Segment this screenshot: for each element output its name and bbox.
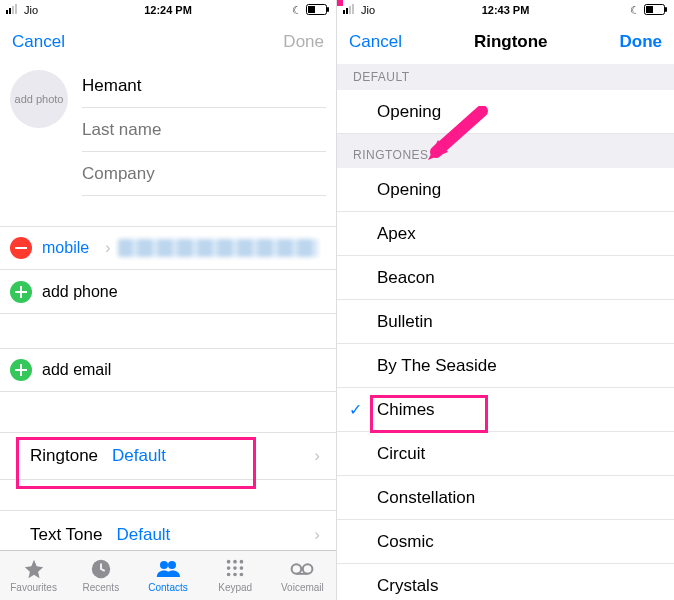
- svg-point-18: [240, 573, 244, 577]
- tab-label: Keypad: [218, 582, 252, 593]
- first-name-field[interactable]: [82, 64, 326, 108]
- ringtone-list: OpeningApexBeaconBulletinBy The Seaside✓…: [337, 168, 674, 600]
- ringtone-name: Constellation: [377, 488, 475, 508]
- svg-rect-1: [9, 8, 11, 14]
- svg-point-13: [227, 566, 231, 570]
- ringtone-name: Opening: [377, 180, 441, 200]
- clock: 12:43 PM: [337, 4, 674, 16]
- carrier-label: Jio: [361, 4, 375, 16]
- svg-rect-24: [349, 6, 351, 14]
- section-header-ringtones: Ringtones: [337, 134, 674, 168]
- ringtone-name: Circuit: [377, 444, 425, 464]
- status-bar: Jio 12:43 PM ☾: [337, 0, 674, 20]
- ringtone-row[interactable]: Ringtone Default ›: [0, 432, 336, 480]
- add-email-label: add email: [42, 361, 111, 379]
- phone-type-label[interactable]: mobile: [42, 239, 89, 257]
- add-phone-label: add phone: [42, 283, 118, 301]
- svg-point-14: [233, 566, 237, 570]
- text-tone-label: Text Tone: [30, 525, 102, 545]
- ringtone-name: Crystals: [377, 576, 438, 596]
- svg-rect-0: [6, 10, 8, 14]
- chevron-right-icon: ›: [314, 525, 320, 545]
- ringtone-item[interactable]: Circuit: [337, 432, 674, 476]
- nav-bar: Cancel Done: [0, 20, 336, 64]
- tab-keypad[interactable]: Keypad: [202, 551, 269, 600]
- svg-point-8: [160, 561, 168, 569]
- dnd-moon-icon: ☾: [630, 4, 640, 17]
- cancel-button[interactable]: Cancel: [12, 32, 65, 52]
- ringtone-item[interactable]: Crystals: [337, 564, 674, 600]
- ringtone-item[interactable]: Apex: [337, 212, 674, 256]
- tab-contacts[interactable]: Contacts: [134, 551, 201, 600]
- page-title: Ringtone: [402, 32, 620, 52]
- checkmark-icon: ✓: [349, 400, 362, 419]
- tab-voicemail[interactable]: Voicemail: [269, 551, 336, 600]
- tab-label: Recents: [82, 582, 119, 593]
- signal-icon: [6, 4, 20, 16]
- add-plus-icon[interactable]: [10, 359, 32, 381]
- add-plus-icon[interactable]: [10, 281, 32, 303]
- ringtone-item[interactable]: Beacon: [337, 256, 674, 300]
- ringtone-item[interactable]: Bulletin: [337, 300, 674, 344]
- svg-point-12: [240, 560, 244, 564]
- svg-point-15: [240, 566, 244, 570]
- text-tone-row[interactable]: Text Tone Default ›: [0, 510, 336, 550]
- add-email-row[interactable]: add email: [0, 348, 336, 392]
- done-button[interactable]: Done: [620, 32, 663, 52]
- delete-minus-icon[interactable]: [10, 237, 32, 259]
- last-name-input[interactable]: [82, 120, 326, 140]
- tab-label: Voicemail: [281, 582, 324, 593]
- ringtone-item[interactable]: Cosmic: [337, 520, 674, 564]
- svg-rect-5: [308, 6, 315, 13]
- chevron-right-icon: ›: [314, 446, 320, 466]
- ringtone-item[interactable]: By The Seaside: [337, 344, 674, 388]
- svg-rect-6: [327, 7, 329, 12]
- svg-rect-2: [12, 6, 14, 14]
- nav-bar: Cancel Ringtone Done: [337, 20, 674, 64]
- tab-favourites[interactable]: Favourites: [0, 551, 67, 600]
- done-button[interactable]: Done: [283, 32, 324, 52]
- ringtone-name: Chimes: [377, 400, 435, 420]
- ringtone-item[interactable]: Constellation: [337, 476, 674, 520]
- svg-rect-22: [343, 10, 345, 14]
- first-name-input[interactable]: [82, 76, 326, 96]
- tab-label: Contacts: [148, 582, 187, 593]
- ringtone-picker-screen: Jio 12:43 PM ☾ Cancel Ringtone Done Defa…: [337, 0, 674, 600]
- keypad-icon: [223, 558, 247, 580]
- cancel-button[interactable]: Cancel: [349, 32, 402, 52]
- dnd-moon-icon: ☾: [292, 4, 302, 17]
- content: Default Opening Ringtones OpeningApexBea…: [337, 64, 674, 600]
- clock-icon: [89, 558, 113, 580]
- company-input[interactable]: [82, 164, 326, 184]
- content: add photo mobile › add phone: [0, 64, 336, 550]
- add-photo-button[interactable]: add photo: [10, 70, 68, 128]
- add-phone-row[interactable]: add phone: [0, 270, 336, 314]
- svg-point-11: [233, 560, 237, 564]
- ringtone-name: By The Seaside: [377, 356, 497, 376]
- carrier-label: Jio: [24, 4, 38, 16]
- svg-point-9: [168, 561, 176, 569]
- battery-icon: [644, 4, 668, 17]
- svg-point-19: [292, 564, 302, 574]
- phone-number-value[interactable]: [118, 239, 318, 257]
- tab-bar: Favourites Recents Contacts Keypad Voice…: [0, 550, 336, 600]
- battery-icon: [306, 4, 330, 17]
- ringtone-item[interactable]: Opening: [337, 168, 674, 212]
- contact-edit-screen: Jio 12:24 PM ☾ Cancel Done add photo: [0, 0, 337, 600]
- phone-entry-row[interactable]: mobile ›: [0, 226, 336, 270]
- tab-recents[interactable]: Recents: [67, 551, 134, 600]
- ringtone-name: Apex: [377, 224, 416, 244]
- company-field[interactable]: [82, 152, 326, 196]
- svg-rect-27: [646, 6, 653, 13]
- ringtone-name: Opening: [377, 102, 441, 122]
- signal-icon: [343, 4, 357, 16]
- star-icon: [22, 558, 46, 580]
- clock: 12:24 PM: [0, 4, 336, 16]
- section-header-default: Default: [337, 64, 674, 90]
- ringtone-default-item[interactable]: Opening: [337, 90, 674, 134]
- svg-rect-28: [665, 7, 667, 12]
- svg-rect-23: [346, 8, 348, 14]
- last-name-field[interactable]: [82, 108, 326, 152]
- svg-point-10: [227, 560, 231, 564]
- ringtone-item[interactable]: ✓Chimes: [337, 388, 674, 432]
